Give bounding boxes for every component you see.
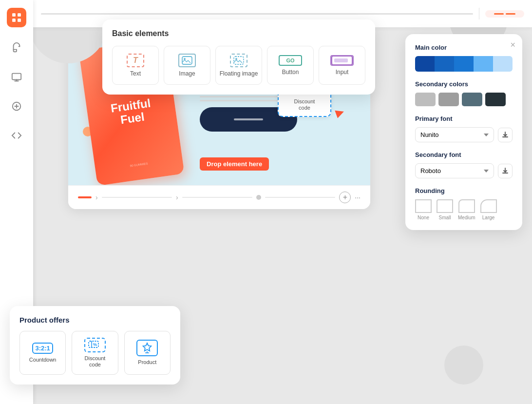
rounding-large[interactable]: Large <box>480 199 497 220</box>
rounding-large-label: Large <box>482 215 495 220</box>
discount-widget-label: Discountcode <box>294 98 315 111</box>
svg-rect-0 <box>12 13 16 17</box>
input-label: Input <box>336 69 349 76</box>
nav-chevron-right-1[interactable]: › <box>95 193 98 201</box>
color-seg-4 <box>474 56 493 72</box>
offer-countdown[interactable]: 3:2:1 Countdown <box>19 331 66 375</box>
basic-elements-panel: Basic elements T Text Image <box>102 19 375 95</box>
image-icon <box>178 54 196 67</box>
product-icon <box>136 340 158 356</box>
close-bar-icon <box>494 13 504 15</box>
element-image[interactable]: Image <box>164 46 210 85</box>
main-color-bar[interactable] <box>415 56 513 72</box>
svg-rect-3 <box>18 19 21 22</box>
brush-icon[interactable] <box>8 39 25 57</box>
rounding-small-preview <box>437 199 453 213</box>
close-preview-button[interactable] <box>485 10 524 18</box>
nav-line-2 <box>182 197 252 198</box>
floating-image-label: Floating image <box>220 70 258 77</box>
countdown-icon: 3:2:1 <box>32 343 53 354</box>
nav-chevron-right-2[interactable]: › <box>176 193 178 201</box>
app-logo[interactable] <box>7 8 26 27</box>
rounding-none-preview <box>415 199 432 213</box>
nav-dot-1 <box>256 195 261 200</box>
email-nav: › › + ··· <box>68 185 370 209</box>
toolbar-divider <box>479 8 479 19</box>
zoom-slider[interactable] <box>41 13 473 15</box>
add-circle-icon[interactable] <box>8 97 25 115</box>
discount-code-label: Discountcode <box>85 355 106 368</box>
secondary-font-title: Secondary font <box>415 151 513 158</box>
rounding-none[interactable]: None <box>415 199 432 220</box>
cursor-arrow-icon: ▶ <box>334 105 346 120</box>
rounding-title: Rounding <box>415 187 513 194</box>
secondary-colors-row <box>415 93 513 106</box>
element-input[interactable]: Input <box>319 46 365 85</box>
nav-add-step-button[interactable]: + <box>339 192 351 203</box>
element-text[interactable]: T Text <box>112 46 159 85</box>
monitor-icon[interactable] <box>8 68 25 86</box>
rounding-large-preview <box>480 199 497 213</box>
can-tagline: 90 GUMMIES <box>130 162 148 167</box>
right-panel-close-button[interactable]: × <box>510 40 515 50</box>
text-icon: T <box>127 54 144 67</box>
button-label: Button <box>282 69 299 76</box>
rounding-small[interactable]: Small <box>437 199 453 220</box>
rounding-medium-preview <box>458 199 475 213</box>
floating-image-icon <box>230 54 247 67</box>
primary-font-title: Primary font <box>415 115 513 122</box>
discount-code-icon: % <box>84 338 106 352</box>
offer-discount-code[interactable]: % Discountcode <box>72 331 118 375</box>
main-color-title: Main color <box>415 44 513 51</box>
offers-grid: 3:2:1 Countdown % Discountcode Pr <box>19 331 171 375</box>
close-bar-icon2 <box>506 13 515 15</box>
color-seg-2 <box>435 56 454 72</box>
drop-zone[interactable]: Drop element here <box>200 157 269 171</box>
color-seg-1 <box>415 56 435 72</box>
code-icon[interactable] <box>8 127 25 144</box>
offer-product[interactable]: Product <box>124 331 171 375</box>
product-offers-panel: Product offers 3:2:1 Countdown % Discoun… <box>10 306 180 385</box>
color-seg-3 <box>454 56 474 72</box>
product-label: Product <box>138 359 156 366</box>
element-floating-image[interactable]: Floating image <box>215 46 262 85</box>
button-icon: GO <box>279 55 302 66</box>
rounding-medium-label: Medium <box>458 215 475 220</box>
nav-more-button[interactable]: ··· <box>355 193 361 201</box>
primary-font-row: Nunito Roboto Open Sans Lato <box>415 127 513 142</box>
nav-line-3 <box>265 197 335 198</box>
secondary-font-export-button[interactable] <box>498 164 513 178</box>
secondary-colors-title: Secondary colors <box>415 80 513 88</box>
countdown-label: Countdown <box>29 357 57 363</box>
cta-button-dash <box>234 118 263 120</box>
primary-font-export-button[interactable] <box>498 128 513 142</box>
secondary-font-row: Roboto Nunito Open Sans Lato <box>415 163 513 178</box>
svg-rect-1 <box>18 13 21 17</box>
secondary-font-select[interactable]: Roboto Nunito Open Sans Lato <box>415 163 494 178</box>
rounding-options: None Small Medium Large <box>415 199 513 220</box>
text-label: Text <box>130 70 141 77</box>
svg-rect-4 <box>12 74 21 80</box>
rounding-medium[interactable]: Medium <box>458 199 475 220</box>
secondary-swatch-1[interactable] <box>415 93 436 106</box>
can-product-name: FruitfulFuel <box>110 96 153 128</box>
secondary-swatch-4[interactable] <box>485 93 506 106</box>
primary-font-select[interactable]: Nunito Roboto Open Sans Lato <box>415 127 494 142</box>
blob-decoration-br <box>444 346 483 385</box>
right-style-panel: × Main color Secondary colors Primary fo… <box>405 34 522 230</box>
secondary-swatch-2[interactable] <box>438 93 459 106</box>
element-button[interactable]: GO Button <box>267 46 314 85</box>
secondary-swatch-3[interactable] <box>462 93 482 106</box>
nav-line-1 <box>102 197 172 198</box>
image-label: Image <box>179 70 195 77</box>
rounding-small-label: Small <box>438 215 451 220</box>
basic-elements-grid: T Text Image Floating ima <box>112 46 365 85</box>
svg-rect-2 <box>12 19 16 22</box>
svg-text:%: % <box>93 342 97 347</box>
nav-active-indicator <box>78 196 92 198</box>
input-icon <box>330 55 354 66</box>
rounding-none-label: None <box>418 215 429 220</box>
basic-elements-title: Basic elements <box>112 29 365 38</box>
product-offers-title: Product offers <box>19 316 171 324</box>
color-seg-5 <box>493 56 513 72</box>
